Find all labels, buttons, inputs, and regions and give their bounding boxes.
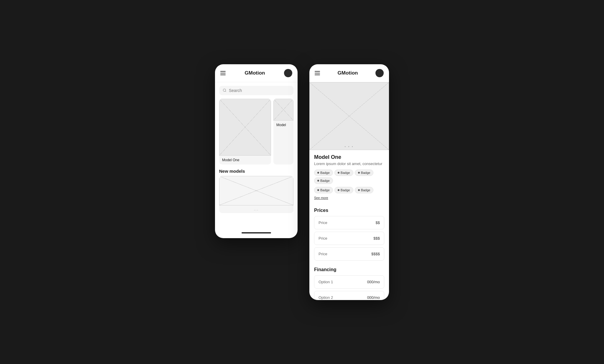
badge-label-4: Badge [320,179,330,182]
price-row-2[interactable]: Price $$$ [314,232,384,245]
financing-value-1: 000/mo [367,280,380,284]
card-large[interactable]: ... [219,176,293,213]
avatar-right[interactable] [375,69,384,77]
svg-line-1 [225,91,226,92]
badge-dot-3 [358,172,360,174]
badge-dot-2 [338,172,339,174]
app-title-left: GMotion [245,70,265,76]
badges-container: Badge Badge Badge Badge [314,169,384,184]
price-row-3[interactable]: Price $$$$ [314,247,384,261]
price-label-2: Price [319,236,327,241]
badge-dot-7 [358,189,360,191]
badge-label-2: Badge [341,171,350,174]
financing-section: Financing Option 1 000/mo Option 2 000/m… [309,263,389,300]
badge-label-6: Badge [341,188,350,192]
badge-5[interactable]: Badge [314,187,333,193]
model-title: Model One [314,154,384,160]
price-value-3: $$$$ [371,252,380,256]
price-label-1: Price [319,220,327,225]
financing-value-2: 000/mo [367,295,380,300]
badges-container-2: Badge Badge Badge See more [314,187,384,201]
badge-dot-5 [317,189,319,191]
card-model-one[interactable]: Model One [219,99,271,165]
right-content: Model One Lorem ipsum dolor sit amet, co… [309,150,389,300]
hero-image: • • • [309,82,389,150]
badge-2[interactable]: Badge [334,169,353,176]
section-title-new-models: New models [215,164,298,176]
price-row-1[interactable]: Price $$ [314,216,384,229]
badge-label-7: Badge [361,188,370,192]
badge-dot-6 [338,189,339,191]
financing-label-1: Option 1 [319,280,333,284]
financing-row-2[interactable]: Option 2 000/mo [314,291,384,300]
badge-7[interactable]: Badge [355,187,374,193]
badge-label-5: Badge [320,188,330,192]
badge-1[interactable]: Badge [314,169,333,176]
badge-label-3: Badge [361,171,370,174]
home-bar [242,232,271,233]
hamburger-icon[interactable] [220,71,226,75]
app-title-right: GMotion [338,70,358,76]
card-model-two[interactable]: Model [273,99,293,165]
financing-title: Financing [314,267,384,272]
hero-dots: • • • [309,143,389,150]
price-label-3: Price [319,252,327,256]
badge-6[interactable]: Badge [334,187,353,193]
see-more-link[interactable]: See more [314,195,328,201]
header-right: GMotion [309,64,389,82]
dots-indicator: ... [219,205,293,213]
search-input[interactable] [229,88,290,93]
badge-3[interactable]: Badge [355,169,374,176]
hamburger-icon-right[interactable] [315,71,320,75]
avatar-left[interactable] [284,69,292,77]
badge-4[interactable]: Badge [314,177,333,184]
search-bar[interactable] [219,86,293,95]
financing-label-2: Option 2 [319,295,333,300]
prices-title: Prices [314,208,384,213]
badge-dot-4 [317,180,319,182]
financing-row-1[interactable]: Option 1 000/mo [314,275,384,289]
header-left: GMotion [215,64,298,82]
badge-dot-1 [317,172,319,174]
price-value-2: $$$ [373,236,380,241]
model-description: Lorem ipsum dolor sit amet, consectetur [314,162,384,166]
phone-left: GMotion Model One Model [215,64,298,238]
cards-grid: Model One Model [215,99,298,165]
card-label-model-two: Model [273,121,293,129]
badge-label-1: Badge [320,171,330,174]
phone-right: GMotion • • • Model One Lorem ipsum dolo… [309,64,389,300]
price-value-1: $$ [376,220,380,225]
svg-point-0 [223,89,226,92]
prices-section: Prices Price $$ Price $$$ Price $$$$ [309,204,389,261]
model-detail-section: Model One Lorem ipsum dolor sit amet, co… [309,150,389,201]
home-indicator [215,229,298,238]
search-icon [223,88,226,92]
card-label-model-one: Model One [219,156,271,164]
